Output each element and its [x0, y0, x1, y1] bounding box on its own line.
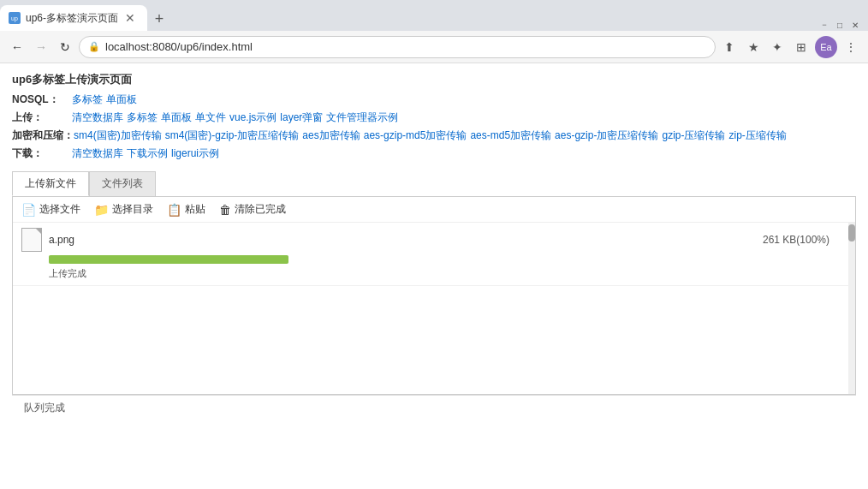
- nosql-links: 多标签 单面板: [72, 92, 137, 107]
- nosql-row: NOSQL： 多标签 单面板: [12, 92, 856, 107]
- file-name-size: a.png 261 KB(100%): [49, 234, 847, 246]
- download-link-1[interactable]: 下载示例: [127, 146, 168, 161]
- file-list: a.png 261 KB(100%) 上传完成: [13, 223, 855, 394]
- tab-bar: up up6-多标签演示页面 ✕ + － □ ✕: [0, 0, 868, 31]
- encrypt-link-7[interactable]: zip-压缩传输: [728, 128, 786, 143]
- upload-link-5[interactable]: layer弹窗: [280, 110, 323, 125]
- maximize-button[interactable]: □: [834, 19, 846, 31]
- download-links: 清空数据库 下载示例 ligerui示例: [72, 146, 219, 161]
- file-name: a.png: [49, 234, 74, 246]
- extension-button[interactable]: ✦: [767, 37, 788, 57]
- paste-button[interactable]: 📋 粘贴: [167, 202, 205, 217]
- nav-actions: ⬆ ★ ✦ ⊞ Ea ⋮: [719, 36, 861, 58]
- file-item-header: a.png 261 KB(100%): [21, 228, 847, 252]
- refresh-button[interactable]: ↻: [55, 37, 75, 57]
- bookmark-button[interactable]: ★: [743, 37, 764, 57]
- nosql-label: NOSQL：: [12, 92, 72, 107]
- address-text: localhost:8080/up6/index.html: [105, 40, 253, 53]
- nosql-link-0[interactable]: 多标签: [72, 92, 103, 107]
- tab-bar-spacer: － □ ✕: [171, 19, 868, 31]
- file-status: 上传完成: [49, 267, 847, 280]
- select-dir-label: 选择目录: [112, 202, 153, 217]
- encrypt-link-5[interactable]: aes-gzip-加密压缩传输: [555, 128, 658, 143]
- paste-label: 粘贴: [185, 202, 205, 217]
- share-button[interactable]: ⬆: [719, 37, 740, 57]
- encrypt-link-4[interactable]: aes-md5加密传输: [470, 128, 551, 143]
- progress-bar-fill: [49, 255, 288, 264]
- grid-button[interactable]: ⊞: [791, 37, 812, 57]
- select-file-button[interactable]: 📄 选择文件: [21, 202, 80, 217]
- scrollbar-thumb[interactable]: [848, 224, 855, 242]
- download-row: 下载： 清空数据库 下载示例 ligerui示例: [12, 146, 856, 161]
- progress-bar-container: [49, 255, 288, 264]
- file-size: 261 KB(100%): [763, 234, 829, 246]
- tab-favicon: up: [9, 12, 21, 24]
- tab-label: up6-多标签演示页面: [26, 11, 118, 26]
- download-link-0[interactable]: 清空数据库: [72, 146, 123, 161]
- select-file-icon: 📄: [21, 203, 36, 217]
- upload-links: 清空数据库 多标签 单面板 单文件 vue.js示例 layer弹窗 文件管理器…: [72, 110, 398, 125]
- file-icon: [21, 228, 42, 252]
- select-dir-button[interactable]: 📁 选择目录: [94, 202, 153, 217]
- page-content: up6多标签上传演示页面 NOSQL： 多标签 单面板 上传： 清空数据库 多标…: [0, 63, 868, 489]
- tab-upload-new[interactable]: 上传新文件: [12, 171, 89, 196]
- paste-icon: 📋: [167, 203, 181, 217]
- clear-done-icon: 🗑: [219, 203, 231, 217]
- forward-button[interactable]: →: [31, 37, 51, 57]
- file-toolbar: 📄 选择文件 📁 选择目录 📋 粘贴 🗑 清除已完成: [13, 197, 855, 223]
- active-tab[interactable]: up up6-多标签演示页面 ✕: [0, 5, 147, 31]
- scrollbar-track[interactable]: [848, 223, 855, 394]
- tab-content: 📄 选择文件 📁 选择目录 📋 粘贴 🗑 清除已完成: [12, 196, 856, 395]
- close-button[interactable]: ✕: [849, 19, 861, 31]
- tab-close-button[interactable]: ✕: [123, 11, 137, 25]
- user-avatar-button[interactable]: Ea: [815, 36, 837, 58]
- minimize-button[interactable]: －: [818, 19, 830, 31]
- encrypt-link-0[interactable]: sm4(国密)加密传输: [74, 128, 162, 143]
- new-tab-button[interactable]: +: [147, 7, 171, 31]
- encrypt-link-1[interactable]: sm4(国密)-gzip-加密压缩传输: [165, 128, 300, 143]
- upload-panel: 上传新文件 文件列表 📄 选择文件 📁 选择目录 📋: [12, 171, 856, 395]
- upload-link-3[interactable]: 单文件: [195, 110, 226, 125]
- menu-button[interactable]: ⋮: [841, 37, 861, 57]
- encrypt-link-6[interactable]: gzip-压缩传输: [662, 128, 725, 143]
- browser-window: up up6-多标签演示页面 ✕ + － □ ✕ ← → ↻ 🔒 localho…: [0, 0, 868, 489]
- nosql-link-1[interactable]: 单面板: [106, 92, 137, 107]
- back-button[interactable]: ←: [7, 37, 27, 57]
- upload-link-0[interactable]: 清空数据库: [72, 110, 123, 125]
- select-dir-icon: 📁: [94, 203, 109, 217]
- file-item: a.png 261 KB(100%) 上传完成: [13, 223, 855, 286]
- upload-link-1[interactable]: 多标签: [127, 110, 158, 125]
- upload-row: 上传： 清空数据库 多标签 单面板 单文件 vue.js示例 layer弹窗 文…: [12, 110, 856, 125]
- clear-done-label: 清除已完成: [235, 202, 286, 217]
- tab-file-list[interactable]: 文件列表: [89, 171, 156, 196]
- clear-done-button[interactable]: 🗑 清除已完成: [219, 202, 286, 217]
- upload-label: 上传：: [12, 110, 72, 125]
- upload-link-6[interactable]: 文件管理器示例: [326, 110, 398, 125]
- queue-status: 队列完成: [12, 395, 856, 420]
- download-link-2[interactable]: ligerui示例: [171, 146, 219, 161]
- encrypt-row: 加密和压缩： sm4(国密)加密传输 sm4(国密)-gzip-加密压缩传输 a…: [12, 128, 856, 143]
- lock-icon: 🔒: [88, 41, 100, 52]
- address-bar[interactable]: 🔒 localhost:8080/up6/index.html: [79, 36, 716, 58]
- encrypt-link-2[interactable]: aes加密传输: [302, 128, 360, 143]
- download-label: 下载：: [12, 146, 72, 161]
- upload-link-4[interactable]: vue.js示例: [229, 110, 276, 125]
- encrypt-link-3[interactable]: aes-gzip-md5加密传输: [364, 128, 467, 143]
- nav-bar: ← → ↻ 🔒 localhost:8080/up6/index.html ⬆ …: [0, 31, 868, 63]
- upload-link-2[interactable]: 单面板: [161, 110, 192, 125]
- select-file-label: 选择文件: [39, 202, 80, 217]
- encrypt-links: sm4(国密)加密传输 sm4(国密)-gzip-加密压缩传输 aes加密传输 …: [74, 128, 787, 143]
- upload-tabs: 上传新文件 文件列表: [12, 171, 856, 196]
- encrypt-label: 加密和压缩：: [12, 128, 74, 143]
- page-title: up6多标签上传演示页面: [12, 72, 856, 87]
